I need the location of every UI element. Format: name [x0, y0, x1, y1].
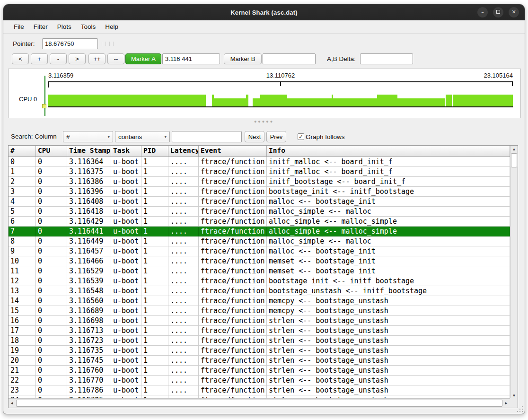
table-row[interactable]: 403.116408u-boot1....ftrace/functionmall… [9, 197, 510, 207]
nav-button-2[interactable]: + [31, 53, 48, 64]
cpu-graph-panel[interactable]: 3.116359 13.110762 23.105164 CPU 0 [8, 69, 521, 118]
column-header-pid[interactable]: PID [141, 146, 168, 157]
table-row[interactable]: 2003.116745u-boot1....ftrace/functionstr… [9, 356, 510, 366]
table-row[interactable]: 1803.116723u-boot1....ftrace/functionstr… [9, 336, 510, 346]
splitter-handle[interactable]: ●●●●● [3, 119, 525, 124]
cpu-activity-segment[interactable] [446, 95, 452, 106]
resize-grip-icon[interactable] [515, 404, 523, 412]
marker-a-button[interactable]: Marker A [125, 53, 161, 64]
cpu-activity-segment[interactable] [214, 98, 246, 106]
cpu-activity-segment[interactable] [260, 95, 287, 106]
cell-pid: 1 [141, 207, 168, 217]
cpu0-plot[interactable] [48, 94, 513, 106]
table-row[interactable]: 203.116386u-boot1....ftrace/functioninit… [9, 177, 510, 187]
cell-latency: .... [168, 326, 199, 336]
column-header--[interactable]: # [9, 146, 36, 157]
scroll-right-icon[interactable]: ► [504, 401, 508, 405]
column-header-time-stamp[interactable]: Time Stamp [67, 146, 111, 157]
table-row-selected[interactable]: 703.116441u-boot1....ftrace/functionallo… [9, 227, 510, 236]
table-row[interactable]: 1903.116735u-boot1....ftrace/functionstr… [9, 346, 510, 356]
cpu-activity-segment[interactable] [246, 95, 248, 106]
table-row[interactable]: 903.116457u-boot1....ftrace/functionmall… [9, 246, 510, 256]
search-match-value: contains [118, 133, 142, 140]
menu-item-plots[interactable]: Plots [53, 21, 76, 32]
cell-event: ftrace/function [199, 326, 267, 336]
graph-follows-label: Graph follows [306, 133, 345, 140]
table-row[interactable]: 1703.116713u-boot1....ftrace/functionstr… [9, 326, 510, 336]
cell-info: strlen <-- bootstage_unstash [267, 346, 510, 356]
column-header-latency[interactable]: Latency [168, 146, 199, 157]
scroll-down-icon[interactable]: ▼ [510, 394, 518, 398]
cpu-activity-segment[interactable] [333, 98, 377, 106]
cell-info: alloc_simple <-- malloc_simple [267, 217, 510, 227]
cpu-activity-segment[interactable] [377, 95, 397, 106]
column-header-task[interactable]: Task [111, 146, 141, 157]
table-row[interactable]: 1003.116466u-boot1....ftrace/functionmem… [9, 256, 510, 266]
marker-b-button[interactable]: Marker B [224, 53, 262, 64]
table-row[interactable]: 303.116396u-boot1....ftrace/functionboot… [9, 187, 510, 197]
column-header-info[interactable]: Info [267, 146, 510, 157]
table-row[interactable]: 1403.116560u-boot1....ftrace/functionmem… [9, 296, 510, 306]
horizontal-scrollbar[interactable]: ◄ ► [9, 398, 510, 408]
table-row[interactable]: 803.116449u-boot1....ftrace/functionmall… [9, 236, 510, 246]
ab-delta-field[interactable] [360, 53, 413, 64]
column-header-cpu[interactable]: CPU [36, 146, 67, 157]
cpu-activity-segment[interactable] [397, 98, 445, 106]
table-row[interactable]: 1203.116539u-boot1....ftrace/functionboo… [9, 276, 510, 286]
table-row[interactable]: 1103.116529u-boot1....ftrace/functionmem… [9, 266, 510, 276]
scroll-up-icon[interactable]: ▲ [510, 147, 518, 151]
nav-button-3[interactable]: - [50, 53, 67, 64]
table-row[interactable]: 1603.116698u-boot1....ftrace/functionstr… [9, 316, 510, 326]
search-prev-button[interactable]: Prev [266, 131, 286, 142]
search-input[interactable] [172, 131, 242, 142]
cell-info: strlen <-- bootstage_unstash [267, 326, 510, 336]
table-row[interactable]: 603.116429u-boot1....ftrace/functionallo… [9, 217, 510, 227]
ab-delta-label: A,B Delta: [327, 55, 356, 62]
search-column-label: Search: Column [11, 133, 57, 140]
search-next-button[interactable]: Next [245, 131, 264, 142]
table-row[interactable]: 1503.116689u-boot1....ftrace/functionmem… [9, 306, 510, 316]
cpu-activity-segment[interactable] [253, 98, 260, 106]
maximize-icon[interactable] [493, 7, 503, 18]
nav-button-5[interactable]: ++ [88, 53, 106, 64]
marker-a-field[interactable]: 3.116 441 [162, 53, 220, 64]
cell-latency: .... [168, 256, 199, 266]
vertical-scrollbar[interactable]: ▲ ▼ [510, 146, 518, 399]
table-row[interactable]: 2203.116770u-boot1....ftrace/functionstr… [9, 376, 510, 385]
cell-info: malloc_simple <-- malloc [267, 207, 510, 217]
search-column-select[interactable]: # ▾ [63, 131, 113, 142]
column-header-event[interactable]: Event [199, 146, 267, 157]
marker-b-field[interactable] [263, 53, 316, 64]
nav-button-1[interactable]: < [12, 53, 29, 64]
cpu-activity-segment[interactable] [287, 98, 332, 106]
title-bar[interactable]: Kernel Shark (asc.dat) – ✕ [3, 4, 525, 20]
menu-item-tools[interactable]: Tools [76, 21, 101, 32]
search-match-select[interactable]: contains ▾ [115, 131, 170, 142]
cell-pid: 1 [141, 217, 168, 227]
close-icon[interactable]: ✕ [509, 7, 519, 18]
horizontal-scroll-thumb[interactable] [16, 400, 502, 407]
menu-item-help[interactable]: Help [100, 21, 123, 32]
table-row[interactable]: 1303.116548u-boot1....ftrace/functionboo… [9, 286, 510, 296]
nav-button-4[interactable]: > [69, 53, 86, 64]
graph-follows-checkbox[interactable]: ✓ [298, 133, 304, 140]
marker-a-line[interactable] [44, 76, 45, 116]
cpu-activity-segment[interactable] [48, 95, 206, 106]
minimize-icon[interactable]: – [477, 7, 488, 18]
cell-event: ftrace/function [199, 366, 267, 376]
cell-event: ftrace/function [199, 356, 267, 366]
vertical-scroll-thumb[interactable] [511, 153, 517, 167]
menu-item-file[interactable]: File [9, 21, 29, 32]
marker-a-handle[interactable] [42, 104, 46, 108]
table-row[interactable]: 2103.116760u-boot1....ftrace/functionstr… [9, 366, 510, 376]
cell-pid: 1 [141, 227, 168, 236]
scroll-left-icon[interactable]: ◄ [10, 401, 14, 405]
cpu-activity-segment[interactable] [453, 95, 513, 106]
nav-button-6[interactable]: -- [107, 53, 124, 64]
table-row[interactable]: 2303.116786u-boot1....ftrace/functionstr… [9, 385, 510, 395]
table-row[interactable]: 503.116418u-boot1....ftrace/functionmall… [9, 207, 510, 217]
menu-item-filter[interactable]: Filter [29, 21, 53, 32]
table-row[interactable]: 103.116375u-boot1....ftrace/functioninit… [9, 167, 510, 177]
pointer-field[interactable]: 18.676750 [42, 38, 98, 49]
table-row[interactable]: 003.116364u-boot1....ftrace/functioninit… [9, 157, 510, 167]
